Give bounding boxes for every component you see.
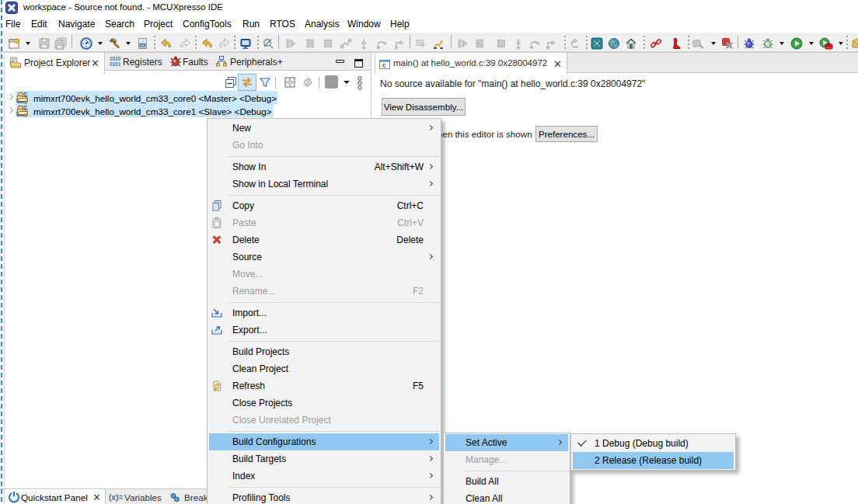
svg-text:S: S (24, 113, 28, 117)
svg-text:010: 010 (140, 43, 146, 47)
svg-text:C: C (23, 92, 27, 97)
svg-text:0101: 0101 (110, 61, 121, 67)
svg-text:c: c (382, 61, 386, 69)
svg-text:C: C (23, 105, 27, 110)
svg-text:1010: 1010 (110, 56, 121, 61)
